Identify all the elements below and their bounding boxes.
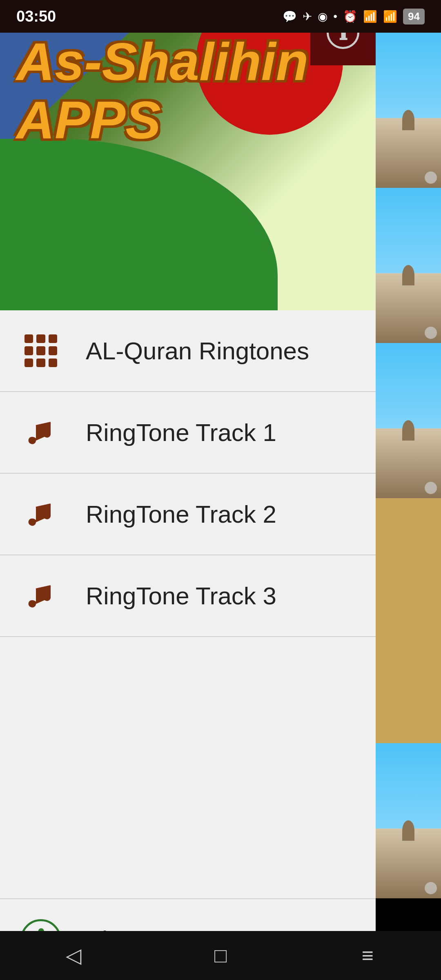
drawer-header: As-Shalihin APPS ℹ	[0, 0, 376, 310]
drawer-menu-list: AL-Quran Ringtones RingTone Track 1 Ring…	[0, 310, 376, 898]
alarm-icon: ⏰	[343, 10, 357, 23]
back-button[interactable]: ◁	[49, 939, 98, 972]
menu-icon: ≡	[361, 944, 373, 967]
background-content	[376, 33, 441, 931]
photo-dot-2	[425, 327, 437, 339]
battery-indicator: 94	[403, 9, 425, 24]
grid-icon	[20, 330, 61, 371]
home-icon: □	[214, 944, 227, 967]
app-title-line1: As-Shalihin	[16, 33, 308, 91]
signal-icon: 📶	[383, 10, 397, 23]
status-bar: 03:50 💬 ✈ ◉ • ⏰ 📶 📶 94	[0, 0, 441, 33]
menu-item-alquran[interactable]: AL-Quran Ringtones	[0, 310, 376, 392]
back-icon: ◁	[66, 944, 81, 967]
music-note-icon-2	[20, 494, 61, 535]
wifi-icon: 📶	[363, 10, 377, 23]
bg-photo-2	[376, 188, 441, 343]
menu-label-alquran: AL-Quran Ringtones	[86, 337, 309, 365]
menu-item-track3[interactable]: RingTone Track 3	[0, 555, 376, 637]
menu-item-track2[interactable]: RingTone Track 2	[0, 474, 376, 555]
menu-label-track1: RingTone Track 1	[86, 419, 276, 447]
app-title: As-Shalihin APPS	[16, 33, 308, 149]
grid-icon-grid	[24, 334, 57, 367]
bg-tan-section	[376, 498, 441, 743]
photo-mosque-4	[376, 829, 441, 898]
photo-mosque-2	[376, 273, 441, 343]
bg-photo-3	[376, 343, 441, 498]
photo-sky-4	[376, 743, 441, 829]
photo-sky-1	[376, 33, 441, 118]
photo-sky-3	[376, 343, 441, 428]
telegram-icon: ✈	[303, 10, 312, 23]
dot-icon: •	[333, 10, 337, 23]
music-note-icon-1	[20, 412, 61, 453]
photo-sky-2	[376, 188, 441, 273]
photo-dot-3	[425, 482, 437, 494]
whatsapp-icon: 💬	[283, 10, 297, 23]
music-note-icon-3	[20, 575, 61, 616]
menu-label-track2: RingTone Track 2	[86, 500, 276, 528]
bg-photo-1	[376, 33, 441, 188]
wechat-icon: ◉	[318, 10, 327, 23]
menu-item-track1[interactable]: RingTone Track 1	[0, 392, 376, 474]
photo-mosque-3	[376, 428, 441, 498]
menu-label-track3: RingTone Track 3	[86, 582, 276, 610]
photo-dot-4	[425, 882, 437, 894]
status-time: 03:50	[16, 8, 56, 25]
bottom-navigation: ◁ □ ≡	[0, 931, 441, 980]
navigation-drawer: As-Shalihin APPS ℹ	[0, 0, 376, 980]
photo-dot-1	[425, 172, 437, 184]
app-title-line2: APPS	[16, 91, 308, 149]
bg-photo-4	[376, 743, 441, 898]
status-icons: 💬 ✈ ◉ • ⏰ 📶 📶 94	[283, 9, 425, 24]
home-button[interactable]: □	[196, 939, 245, 972]
photo-mosque-1	[376, 118, 441, 188]
menu-button[interactable]: ≡	[343, 939, 392, 972]
